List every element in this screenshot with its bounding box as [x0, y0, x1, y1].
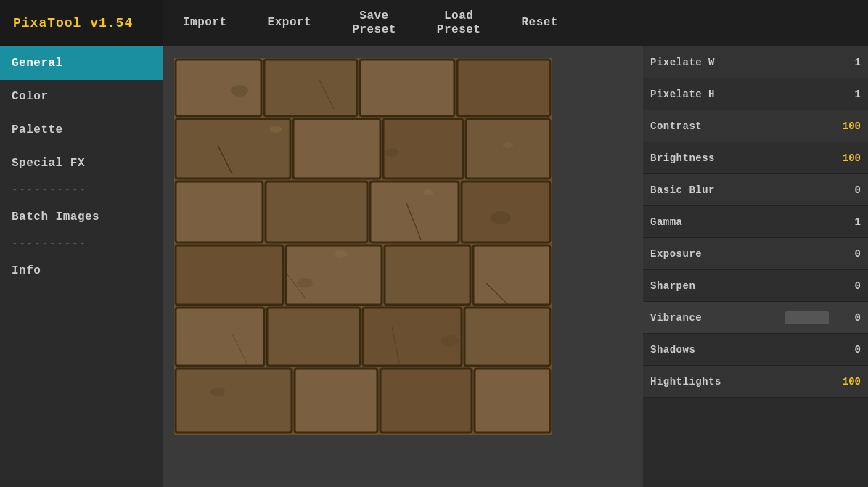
svg-point-40 — [335, 250, 348, 258]
param-label-gamma: Gamma — [650, 216, 835, 228]
param-label-pixelate-h: Pixelate H — [650, 89, 835, 100]
sidebar-separator-1: ---------- — [0, 180, 163, 200]
param-row-sharpen[interactable]: Sharpen0 — [643, 270, 868, 302]
param-row-brightness[interactable]: Brightness100 — [643, 142, 868, 174]
svg-rect-12 — [462, 181, 550, 242]
canvas-area — [163, 46, 643, 487]
load-preset-button[interactable]: Load Preset — [417, 0, 501, 46]
sidebar-item-info[interactable]: Info — [0, 254, 163, 287]
svg-point-32 — [231, 85, 248, 97]
svg-rect-18 — [267, 308, 360, 366]
sidebar-item-special-fx[interactable]: Special FX — [0, 147, 163, 180]
svg-point-38 — [270, 126, 282, 133]
param-value-shadows: 0 — [835, 344, 861, 356]
svg-point-37 — [441, 335, 459, 347]
param-value-gamma: 1 — [835, 216, 861, 228]
param-label-basic-blur: Basic Blur — [650, 184, 835, 196]
svg-rect-22 — [295, 369, 377, 433]
svg-rect-11 — [370, 181, 459, 242]
svg-rect-2 — [264, 60, 357, 116]
param-value-pixelate-h: 1 — [835, 89, 861, 100]
svg-rect-20 — [464, 308, 550, 366]
sidebar-item-color[interactable]: Color — [0, 80, 163, 113]
param-label-sharpen: Sharpen — [650, 280, 835, 292]
save-preset-button[interactable]: Save Preset — [332, 0, 417, 46]
param-label-exposure: Exposure — [650, 248, 835, 260]
svg-point-41 — [503, 142, 513, 148]
right-panel: Pixelate W1Pixelate H1Contrast100Brightn… — [643, 46, 868, 487]
param-row-pixelate-w[interactable]: Pixelate W1 — [643, 46, 868, 78]
import-button[interactable]: Import — [163, 0, 247, 46]
svg-rect-6 — [293, 119, 380, 179]
svg-rect-3 — [360, 60, 454, 116]
param-value-basic-blur: 0 — [835, 184, 861, 196]
topbar: PixaTool v1.54 Import Export Save Preset… — [0, 0, 868, 46]
svg-point-35 — [297, 278, 313, 288]
param-row-highlights[interactable]: Hightlights100 — [643, 366, 868, 398]
param-value-contrast: 100 — [835, 120, 861, 132]
sidebar: General Color Palette Special FX -------… — [0, 46, 163, 487]
svg-rect-24 — [475, 369, 550, 433]
app-title: PixaTool v1.54 — [0, 0, 163, 46]
svg-point-36 — [210, 388, 225, 396]
svg-point-33 — [385, 148, 399, 157]
export-button[interactable]: Export — [247, 0, 332, 46]
param-value-highlights: 100 — [835, 376, 861, 388]
param-value-vibrance: 0 — [835, 312, 861, 324]
param-row-pixelate-h[interactable]: Pixelate H1 — [643, 78, 868, 110]
param-label-vibrance: Vibrance — [650, 312, 785, 324]
param-label-brightness: Brightness — [650, 152, 835, 164]
param-value-sharpen: 0 — [835, 280, 861, 292]
param-label-pixelate-w: Pixelate W — [650, 57, 835, 68]
svg-rect-4 — [457, 60, 550, 116]
param-label-contrast: Contrast — [650, 120, 835, 132]
param-label-shadows: Shadows — [650, 344, 835, 356]
svg-rect-16 — [473, 245, 550, 305]
svg-rect-13 — [176, 245, 283, 305]
svg-rect-17 — [176, 308, 264, 366]
svg-rect-14 — [286, 245, 382, 305]
svg-point-39 — [423, 189, 433, 195]
param-label-highlights: Hightlights — [650, 376, 835, 388]
param-row-basic-blur[interactable]: Basic Blur0 — [643, 174, 868, 206]
param-value-exposure: 0 — [835, 248, 861, 260]
svg-rect-21 — [176, 369, 292, 433]
param-row-exposure[interactable]: Exposure0 — [643, 238, 868, 270]
param-value-brightness: 100 — [835, 152, 861, 164]
vibrance-bar — [785, 311, 829, 324]
image-preview — [174, 58, 552, 435]
svg-rect-9 — [176, 181, 263, 242]
main-layout: General Color Palette Special FX -------… — [0, 46, 868, 487]
svg-rect-8 — [466, 119, 550, 179]
sidebar-item-batch-images[interactable]: Batch Images — [0, 200, 163, 234]
reset-button[interactable]: Reset — [501, 0, 578, 46]
param-row-gamma[interactable]: Gamma1 — [643, 206, 868, 238]
svg-rect-15 — [385, 245, 470, 305]
svg-rect-10 — [266, 181, 367, 242]
param-row-contrast[interactable]: Contrast100 — [643, 110, 868, 142]
sidebar-item-palette[interactable]: Palette — [0, 113, 163, 147]
svg-point-34 — [491, 211, 511, 224]
param-row-shadows[interactable]: Shadows0 — [643, 334, 868, 366]
svg-rect-23 — [380, 369, 472, 433]
param-row-vibrance[interactable]: Vibrance0 — [643, 302, 868, 334]
svg-rect-1 — [176, 60, 261, 116]
sidebar-item-general[interactable]: General — [0, 46, 163, 80]
param-value-pixelate-w: 1 — [835, 57, 861, 68]
sidebar-separator-2: ---------- — [0, 234, 163, 254]
